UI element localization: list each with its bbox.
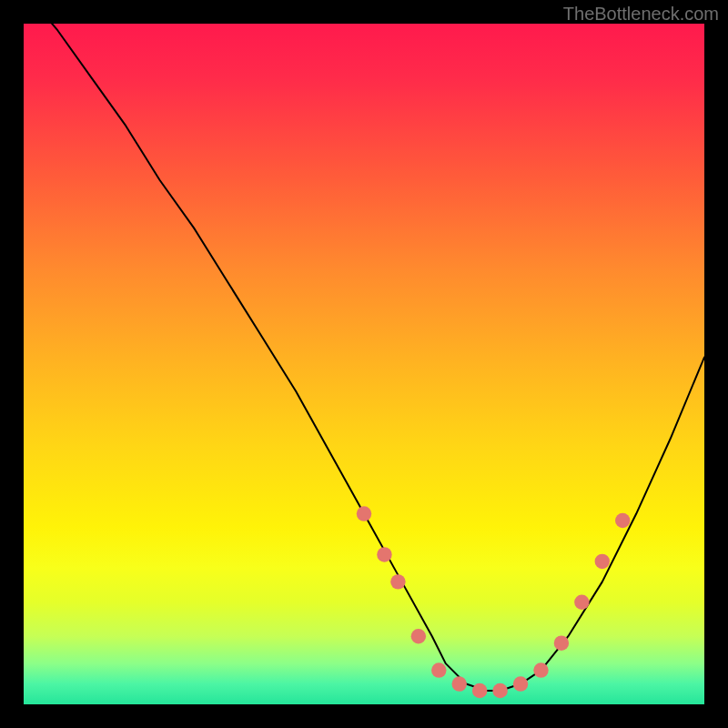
curve-marker: [390, 574, 405, 589]
watermark-text: TheBottleneck.com: [563, 4, 719, 25]
curve-marker: [411, 629, 426, 643]
curve-marker: [513, 676, 528, 691]
curve-marker: [595, 554, 610, 569]
curve-marker: [451, 676, 466, 691]
curve-marker: [615, 513, 630, 528]
curve-marker: [472, 683, 487, 698]
curve-marker: [357, 506, 371, 521]
curve-marker: [574, 595, 589, 610]
curve-marker: [554, 635, 569, 650]
curve-marker: [377, 547, 391, 561]
bottleneck-curve: [24, 24, 704, 691]
chart-stage: TheBottleneck.com: [0, 0, 728, 728]
plot-area: [24, 24, 704, 704]
curve-markers: [357, 506, 631, 698]
curve-marker: [431, 662, 446, 677]
chart-svg: [24, 24, 704, 704]
curve-marker: [533, 662, 548, 677]
curve-marker: [492, 683, 507, 698]
